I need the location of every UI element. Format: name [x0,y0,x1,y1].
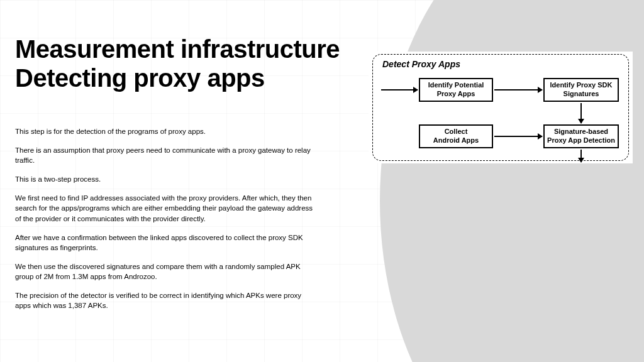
paragraph: We then use the discovered signatures an… [15,261,317,282]
arrow-input [381,89,418,90]
node-collect-apps: CollectAndroid Apps [419,124,493,148]
node-identify-sdk: Identify Proxy SDKSignatures [543,78,619,102]
paragraph: The precision of the detector is verifie… [15,290,317,310]
diagram-title: Detect Proxy Apps [382,59,460,69]
node-signature-detection: Signature-basedProxy App Detection [543,124,619,148]
flow-diagram: Detect Proxy Apps Identify PotentialProx… [369,52,633,163]
arrow-output [580,150,582,162]
paragraph: After we have a confirmation between the… [15,233,317,253]
paragraph: We first need to find IP addresses assoc… [15,193,317,223]
node-identify-potential: Identify PotentialProxy Apps [419,78,493,102]
slide-title: Measurement infrastructureDetecting prox… [15,35,348,92]
paragraph: This step is for the detection of the pr… [15,126,317,136]
body-text: This step is for the detection of the pr… [15,126,348,310]
arrow-3-to-4 [494,136,542,137]
paragraph: There is an assumption that proxy peers … [15,145,317,165]
arrow-2-to-4 [580,103,582,123]
arrow-1-to-2 [494,89,542,90]
paragraph: This is a two-step process. [15,174,317,184]
